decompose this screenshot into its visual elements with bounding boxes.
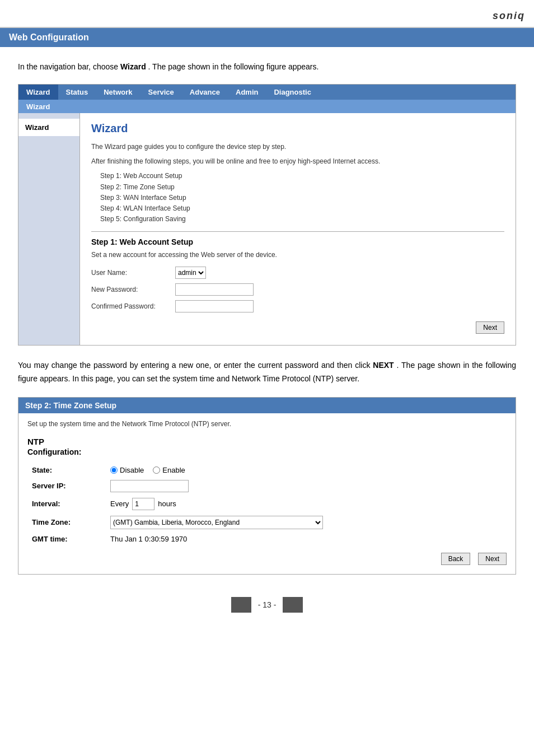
nav-item-status[interactable]: Status	[58, 85, 96, 100]
nav-item-advance[interactable]: Advance	[182, 85, 228, 100]
para2-bold: NEXT	[373, 361, 394, 370]
content-desc-line2: After finishing the following steps, you…	[91, 156, 504, 166]
nav-item-service[interactable]: Service	[140, 85, 182, 100]
header: soniq	[0, 0, 534, 28]
gmt-time-label: GMT time:	[27, 532, 106, 546]
server-ip-label: Server IP:	[27, 477, 106, 495]
user-name-row: User Name: admin	[91, 267, 504, 279]
step2-button-row: Back Next	[27, 546, 507, 567]
gmt-time-row: GMT time: Thu Jan 1 0:30:59 1970	[27, 532, 507, 546]
confirmed-password-row: Confirmed Password:	[91, 300, 504, 312]
content-area: Wizard The Wizard page guides you to con…	[80, 113, 516, 345]
step1-label: Step 1: Web Account Setup	[100, 171, 504, 181]
timezone-select[interactable]: (GMT) Gambia, Liberia, Morocco, England	[110, 516, 323, 529]
timezone-row: Time Zone: (GMT) Gambia, Liberia, Morocc…	[27, 513, 507, 532]
intro-paragraph: In the navigation bar, choose Wizard . T…	[18, 60, 516, 73]
router-ui-screenshot: Wizard Status Network Service Advance Ad…	[18, 84, 516, 346]
step5-label: Step 5: Configuration Saving	[100, 214, 504, 225]
user-name-select[interactable]: admin	[175, 267, 206, 279]
sidebar: Wizard	[18, 113, 80, 345]
timezone-label: Time Zone:	[27, 513, 106, 532]
step2-container: Step 2: Time Zone Setup Set up the syste…	[18, 397, 516, 575]
state-enable-label[interactable]: Enable	[153, 466, 185, 474]
nav-sub-bar: Wizard	[18, 100, 516, 113]
ntp-subtitle: Configuration:	[27, 447, 507, 456]
ntp-title: NTP	[27, 437, 507, 446]
paragraph2: You may change the password by entering …	[18, 359, 516, 386]
intro-text-part1: In the navigation bar, choose	[18, 62, 120, 71]
page-footer: - 13 -	[18, 588, 516, 622]
step2-next-button[interactable]: Next	[478, 553, 507, 565]
footer-thumb-right	[283, 597, 303, 613]
interval-suffix: hours	[158, 500, 176, 508]
nav-item-diagnostic[interactable]: Diagnostic	[266, 85, 318, 100]
content-desc-line1: The Wizard page guides you to configure …	[91, 142, 504, 152]
step1-next-button[interactable]: Next	[476, 321, 504, 334]
step3-label: Step 3: WAN Interface Setup	[100, 193, 504, 203]
nav-item-wizard[interactable]: Wizard	[18, 85, 58, 100]
new-password-label: New Password:	[91, 286, 175, 293]
state-row: State: Disable Enable	[27, 463, 507, 477]
nav-item-admin[interactable]: Admin	[228, 85, 266, 100]
step4-label: Step 4: WLAN Interface Setup	[100, 203, 504, 214]
confirmed-password-label: Confirmed Password:	[91, 302, 175, 310]
interval-group: Every hours	[110, 498, 502, 510]
interval-row: Interval: Every hours	[27, 495, 507, 513]
user-name-label: User Name:	[91, 269, 175, 277]
new-password-row: New Password:	[91, 283, 504, 296]
router-body: Wizard Wizard The Wizard page guides you…	[18, 113, 516, 345]
new-password-input[interactable]	[175, 283, 254, 296]
brand-logo: soniq	[493, 10, 525, 22]
step1-section-desc: Set a new account for accessing the Web …	[91, 251, 504, 259]
step1-section-title: Step 1: Web Account Setup	[91, 231, 504, 246]
intro-text-suffix: . The page shown in the following figure…	[148, 62, 319, 71]
interval-label: Interval:	[27, 495, 106, 513]
footer-thumb-left	[231, 597, 251, 613]
gmt-time-value: Thu Jan 1 0:30:59 1970	[106, 532, 507, 546]
step2-desc: Set up the system time and the Network T…	[27, 420, 507, 428]
server-ip-input[interactable]	[110, 480, 189, 492]
page-title: Web Configuration	[0, 28, 534, 47]
step2-header: Step 2: Time Zone Setup	[18, 398, 516, 413]
confirmed-password-input[interactable]	[175, 300, 254, 312]
content-title: Wizard	[91, 122, 504, 135]
nav-bar: Wizard Status Network Service Advance Ad…	[18, 85, 516, 100]
sidebar-item-wizard[interactable]: Wizard	[18, 119, 79, 136]
step1-button-row: Next	[91, 317, 504, 336]
page-number: - 13 -	[258, 600, 277, 609]
step2-back-button[interactable]: Back	[441, 553, 471, 565]
state-label: State:	[27, 463, 106, 477]
state-disable-radio[interactable]	[110, 466, 118, 474]
nav-sub-wizard: Wizard	[26, 102, 50, 111]
step2-form-table: State: Disable Enable	[27, 463, 507, 546]
state-radio-group: Disable Enable	[110, 466, 502, 474]
state-disable-label[interactable]: Disable	[110, 466, 144, 474]
nav-item-network[interactable]: Network	[96, 85, 140, 100]
interval-input[interactable]	[132, 498, 154, 510]
intro-bold: Wizard	[120, 62, 146, 71]
step2-body: Set up the system time and the Network T…	[18, 413, 516, 574]
server-ip-row: Server IP:	[27, 477, 507, 495]
steps-list: Step 1: Web Account Setup Step 2: Time Z…	[91, 171, 504, 225]
main-content: In the navigation bar, choose Wizard . T…	[0, 47, 534, 635]
state-enable-radio[interactable]	[153, 466, 160, 474]
interval-prefix: Every	[110, 500, 129, 508]
step2-label: Step 2: Time Zone Setup	[100, 182, 504, 193]
para2-part1: You may change the password by entering …	[18, 361, 373, 370]
